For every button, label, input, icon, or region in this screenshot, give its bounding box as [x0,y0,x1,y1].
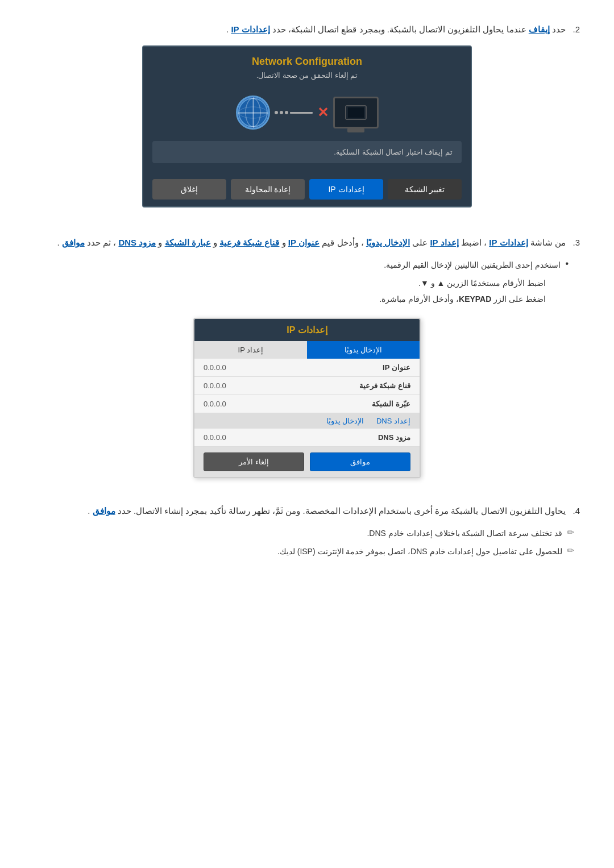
ip-label-subnet: قناع شبكة فرعية [359,381,410,390]
ip-row-dns: مزود DNS 0.0.0.0 [194,429,420,447]
dns-section-header: إعداد DNS الإدخال يدويًا [194,413,420,429]
step3-hl6: عبارة الشبكة [165,238,211,247]
step3-hl2: إعداد IP [430,238,458,247]
step3-text1: من شاشة [528,238,566,247]
step-number-2: 2. [568,24,580,34]
dns-manual-label: الإدخال يدويًا [326,417,364,425]
step-4: 4. يحاول التلفزيون الاتصال بالشبكة مرة أ… [34,504,580,564]
step-4-text: 4. يحاول التلفزيون الاتصال بالشبكة مرة أ… [34,504,580,518]
note-icon-2: ✏ [567,545,574,556]
step-number-4: 4. [568,506,580,516]
step4-notes: ✏ قد تختلف سرعة اتصال الشبكة باختلاف إعد… [34,527,580,558]
note-icon-1: ✏ [567,527,574,538]
ip-value-subnet: 0.0.0.0 [204,381,226,390]
ip-label-gateway: عبّرة الشبكة [372,400,410,408]
retry-button[interactable]: إعادة المحاولة [231,179,305,200]
step3-hl1: إعدادات IP [489,238,528,247]
step2-highlight2: إعدادات IP [231,24,269,34]
cable-dot1 [285,111,288,114]
dns-setup-right: إعداد DNS [376,417,410,425]
step2-text3: . [226,24,229,34]
ip-dialog-container: إعدادات IP إعداد IP الإدخال يدويًا عنوان… [34,309,580,487]
ip-settings-button[interactable]: إعدادات IP [309,179,383,200]
step3-text6: و [213,238,217,247]
globe-icon [236,95,270,130]
step3-hl5: قناع شبكة فرعية [219,238,279,247]
ip-ok-button[interactable]: موافق [310,452,410,471]
note-item-1: ✏ قد تختلف سرعة اتصال الشبكة باختلاف إعد… [34,527,574,539]
step-number-3: 3. [568,238,580,247]
x-mark-icon: ✕ [317,105,329,121]
svg-point-2 [239,98,267,127]
step-3-content: 3. من شاشة إعدادات IP ، اضبط إعداد IP عل… [34,236,580,487]
step4-text1: يحاول التلفزيون الاتصال بالشبكة مرة أخرى… [115,506,566,516]
ip-dialog-header: إعدادات IP [194,319,420,341]
network-dialog-subtitle: تم إلغاء التحقق من صحة الاتصال. [155,71,459,80]
sub-bullet-2: اضغط على الزر KEYPAD، وأدخل الأرقام مباش… [34,293,569,306]
ip-label-address: عنوان IP [383,363,410,372]
tv-svg [345,105,367,121]
network-dialog-header: Network Configuration تم إلغاء التحقق من… [143,47,471,84]
sub-bullet-text-2: اضغط على الزر KEYPAD، وأدخل الأرقام مباش… [34,293,546,306]
step3-hl4: عنوان IP [288,238,320,247]
wired-section: تم إيقاف اختبار اتصال الشبكة السلكية. [152,141,462,163]
step2-text2: عندما يحاول التلفزيون الاتصال بالشبكة. و… [270,24,526,34]
step-2: 2. حدد إيقاف عندما يحاول التلفزيون الاتص… [34,23,580,219]
step3-text5: و [282,238,286,247]
step-3-text: 3. من شاشة إعدادات IP ، اضبط إعداد IP عل… [34,236,580,250]
sub-bullet-1: اضبط الأرقام مستخدمًا الزرين ▲ و ▼. [34,277,569,290]
ip-row-address: عنوان IP 0.0.0.0 [194,359,420,377]
close-button[interactable]: إغلاق [152,179,226,200]
cable-line [290,112,313,114]
step-3: 3. من شاشة إعدادات IP ، اضبط إعداد IP عل… [34,236,580,487]
note-text-1: قد تختلف سرعة اتصال الشبكة باختلاف إعداد… [367,527,562,539]
ip-cancel-button[interactable]: إلغاء الأمر [204,452,304,471]
step3-text3: على [410,238,428,247]
globe-svg [238,97,268,128]
step3-text2: ، اضبط [459,238,487,247]
bullet-item-1: • استخدم إحدى الطريقتين التاليتين لإدخال… [34,259,569,271]
step4-text2: . [88,506,90,516]
network-dialog-visual: ✕ [143,84,471,141]
network-dialog-buttons: تغيير الشبكة إعدادات IP إعادة المحاولة إ… [143,172,471,206]
sub-bullet-text-1: اضبط الأرقام مستخدمًا الزرين ▲ و ▼. [34,277,546,290]
step2-highlight1: إيقاف [529,24,550,34]
wired-text: تم إيقاف اختبار اتصال الشبكة السلكية. [161,148,453,156]
step3-bullets: • استخدم إحدى الطريقتين التاليتين لإدخال… [34,259,580,306]
tv-icon [333,97,379,128]
svg-rect-1 [348,107,364,118]
step3-hl7: مزود DNS [118,238,156,247]
change-network-button[interactable]: تغيير الشبكة [388,179,462,200]
ip-label-dns: مزود DNS [378,433,410,442]
step3-text8: ، ثم حدد [85,238,117,247]
ip-row-subnet: قناع شبكة فرعية 0.0.0.0 [194,377,420,395]
step2-text1: حدد [550,24,566,34]
ip-dialog-body: عنوان IP 0.0.0.0 قناع شبكة فرعية 0.0.0.0… [194,359,420,447]
step3-text9: . [57,238,59,247]
ip-dialog-footer: موافق إلغاء الأمر [194,447,420,477]
dns-setup-label: إعداد DNS الإدخال يدويًا [204,417,410,425]
cable-dots [275,111,313,114]
ip-tab-setup[interactable]: إعداد IP [194,341,307,359]
step-4-content: 4. يحاول التلفزيون الاتصال بالشبكة مرة أ… [34,504,580,564]
ip-row-gateway: عبّرة الشبكة 0.0.0.0 [194,395,420,413]
step-2-content: 2. حدد إيقاف عندما يحاول التلفزيون الاتص… [34,23,580,219]
note-text-2: للحصول على تفاصيل حول إعدادات خادم DNS، … [277,545,562,558]
network-dialog-container: Network Configuration تم إلغاء التحقق من… [34,45,580,219]
bullet-text-1: استخدم إحدى الطريقتين التاليتين لإدخال ا… [384,259,561,271]
cable-dot2 [280,111,283,114]
ip-tab-manual[interactable]: الإدخال يدويًا [307,341,420,359]
svg-point-6 [239,107,267,118]
network-config-dialog: Network Configuration تم إلغاء التحقق من… [142,45,472,207]
ip-value-gateway: 0.0.0.0 [204,400,226,408]
step4-ok: موافق [93,506,115,516]
cable-dot3 [275,111,278,114]
step3-hl3: الإدخال يدويًا [366,238,410,247]
step3-text7: و [158,238,162,247]
ip-value-address: 0.0.0.0 [204,363,226,372]
network-dialog-title: Network Configuration [155,56,459,68]
svg-point-3 [246,98,260,127]
step3-hl8: موافق [62,238,85,247]
step3-text4: ، وأدخل قيم [320,238,364,247]
ip-value-dns: 0.0.0.0 [204,433,226,442]
